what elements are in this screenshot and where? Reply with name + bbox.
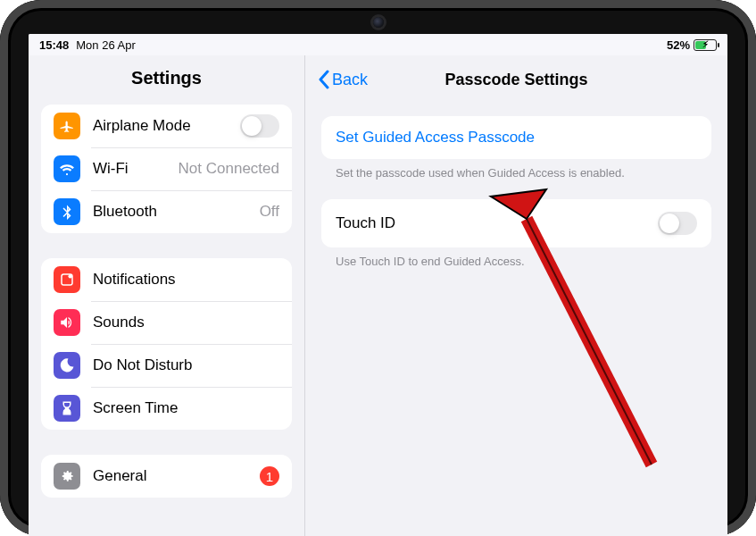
sounds-label: Sounds	[93, 314, 279, 331]
screen: 15:48 Mon 26 Apr 52% ⚡︎ Settings	[29, 34, 727, 536]
touchid-label: Touch ID	[336, 214, 395, 232]
general-badge: 1	[260, 466, 279, 486]
sidebar-item-sounds[interactable]: Sounds	[41, 301, 292, 344]
sidebar-group-notifications: Notifications Sounds Do Not Disturb	[41, 258, 292, 430]
battery-percent: 52%	[667, 38, 690, 52]
touchid-footer: Use Touch ID to end Guided Access.	[321, 247, 711, 288]
bluetooth-value: Off	[260, 203, 279, 221]
sidebar-title: Settings	[29, 55, 304, 105]
sidebar-group-general: General 1	[41, 455, 292, 498]
wifi-value: Not Connected	[179, 160, 279, 178]
dnd-label: Do Not Disturb	[93, 356, 279, 374]
sidebar-item-screentime[interactable]: Screen Time	[41, 387, 292, 430]
sidebar-item-wifi[interactable]: Wi-Fi Not Connected	[41, 147, 292, 190]
dnd-icon	[54, 352, 80, 379]
back-button[interactable]: Back	[318, 70, 368, 89]
set-passcode-label: Set Guided Access Passcode	[336, 129, 535, 147]
sounds-icon	[54, 309, 80, 336]
wifi-icon	[54, 155, 80, 182]
touchid-toggle[interactable]	[658, 212, 697, 235]
status-time: 15:48	[39, 38, 69, 52]
wifi-label: Wi-Fi	[93, 160, 166, 178]
sidebar-item-bluetooth[interactable]: Bluetooth Off	[41, 190, 292, 233]
detail-pane: Back Passcode Settings Set Guided Access…	[305, 55, 727, 536]
airplane-label: Airplane Mode	[93, 117, 228, 135]
status-bar: 15:48 Mon 26 Apr 52% ⚡︎	[29, 34, 727, 55]
detail-title: Passcode Settings	[444, 71, 587, 89]
back-label: Back	[332, 71, 368, 89]
battery-icon: ⚡︎	[694, 39, 717, 51]
notifications-label: Notifications	[93, 271, 279, 289]
bluetooth-label: Bluetooth	[93, 203, 247, 221]
sidebar-item-notifications[interactable]: Notifications	[41, 258, 292, 301]
camera	[373, 17, 384, 28]
set-passcode-footer: Set the passcode used when Guided Access…	[321, 159, 711, 199]
chevron-left-icon	[318, 70, 330, 89]
airplane-icon	[54, 113, 80, 139]
touchid-row[interactable]: Touch ID	[321, 199, 711, 247]
sidebar-item-airplane[interactable]: Airplane Mode	[41, 105, 292, 147]
sidebar-item-general[interactable]: General 1	[41, 455, 292, 498]
set-passcode-row[interactable]: Set Guided Access Passcode	[321, 116, 711, 159]
screentime-icon	[54, 395, 80, 422]
general-label: General	[93, 467, 247, 485]
airplane-toggle[interactable]	[240, 114, 279, 138]
sidebar-item-dnd[interactable]: Do Not Disturb	[41, 344, 292, 387]
general-icon	[54, 463, 80, 490]
bluetooth-icon	[54, 198, 80, 225]
status-date: Mon 26 Apr	[76, 38, 136, 52]
notifications-icon	[54, 266, 80, 293]
settings-sidebar: Settings Airplane Mode Wi-Fi	[29, 55, 305, 536]
screentime-label: Screen Time	[93, 399, 279, 417]
sidebar-group-connectivity: Airplane Mode Wi-Fi Not Connected	[41, 105, 292, 233]
svg-point-1	[69, 274, 73, 279]
